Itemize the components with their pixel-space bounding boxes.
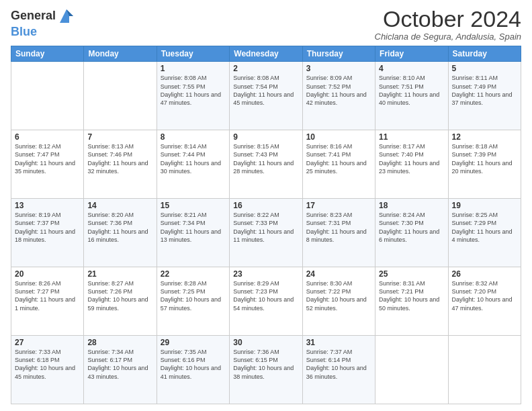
day-info: Sunrise: 8:27 AM Sunset: 7:26 PM Dayligh… bbox=[87, 279, 152, 312]
week-row-1: 1Sunrise: 8:08 AM Sunset: 7:55 PM Daylig… bbox=[11, 62, 521, 130]
logo-icon bbox=[57, 7, 76, 26]
day-info: Sunrise: 8:11 AM Sunset: 7:49 PM Dayligh… bbox=[452, 74, 517, 107]
cell-w3-d2: 14Sunrise: 8:20 AM Sunset: 7:36 PM Dayli… bbox=[84, 199, 157, 267]
cell-w3-d4: 16Sunrise: 8:22 AM Sunset: 7:33 PM Dayli… bbox=[230, 199, 302, 267]
day-number: 11 bbox=[379, 132, 444, 142]
day-info: Sunrise: 8:17 AM Sunset: 7:40 PM Dayligh… bbox=[379, 142, 444, 175]
day-number: 1 bbox=[161, 64, 226, 73]
day-info: Sunrise: 8:28 AM Sunset: 7:25 PM Dayligh… bbox=[161, 279, 226, 312]
day-info: Sunrise: 8:30 AM Sunset: 7:22 PM Dayligh… bbox=[306, 279, 371, 312]
day-info: Sunrise: 7:37 AM Sunset: 6:14 PM Dayligh… bbox=[306, 348, 371, 381]
location-subtitle: Chiclana de Segura, Andalusia, Spain bbox=[375, 32, 522, 42]
day-info: Sunrise: 8:26 AM Sunset: 7:27 PM Dayligh… bbox=[15, 279, 80, 312]
day-number: 26 bbox=[452, 269, 517, 279]
day-number: 13 bbox=[15, 201, 80, 210]
cell-w5-d4: 30Sunrise: 7:36 AM Sunset: 6:15 PM Dayli… bbox=[230, 336, 302, 404]
col-monday: Monday bbox=[84, 46, 157, 62]
cell-w1-d7: 5Sunrise: 8:11 AM Sunset: 7:49 PM Daylig… bbox=[448, 62, 521, 130]
cell-w5-d7 bbox=[448, 336, 521, 404]
day-number: 7 bbox=[87, 132, 152, 142]
cell-w1-d6: 4Sunrise: 8:10 AM Sunset: 7:51 PM Daylig… bbox=[375, 62, 448, 130]
day-info: Sunrise: 8:15 AM Sunset: 7:43 PM Dayligh… bbox=[233, 142, 298, 175]
day-info: Sunrise: 8:09 AM Sunset: 7:52 PM Dayligh… bbox=[306, 74, 371, 107]
week-row-3: 13Sunrise: 8:19 AM Sunset: 7:37 PM Dayli… bbox=[11, 199, 521, 267]
col-saturday: Saturday bbox=[448, 46, 521, 62]
day-number: 23 bbox=[233, 269, 298, 279]
day-info: Sunrise: 8:08 AM Sunset: 7:54 PM Dayligh… bbox=[233, 74, 298, 107]
cell-w3-d7: 19Sunrise: 8:25 AM Sunset: 7:29 PM Dayli… bbox=[448, 199, 521, 267]
cell-w4-d2: 21Sunrise: 8:27 AM Sunset: 7:26 PM Dayli… bbox=[84, 267, 157, 336]
col-friday: Friday bbox=[375, 46, 448, 62]
day-info: Sunrise: 8:14 AM Sunset: 7:44 PM Dayligh… bbox=[161, 142, 226, 175]
day-info: Sunrise: 8:13 AM Sunset: 7:46 PM Dayligh… bbox=[87, 142, 152, 175]
day-number: 31 bbox=[306, 338, 371, 347]
cell-w5-d5: 31Sunrise: 7:37 AM Sunset: 6:14 PM Dayli… bbox=[302, 336, 375, 404]
day-number: 6 bbox=[15, 132, 80, 142]
day-info: Sunrise: 7:36 AM Sunset: 6:15 PM Dayligh… bbox=[233, 348, 298, 381]
day-number: 24 bbox=[306, 269, 371, 279]
day-number: 4 bbox=[379, 64, 444, 73]
title-block: October 2024 Chiclana de Segura, Andalus… bbox=[375, 7, 522, 42]
day-number: 2 bbox=[233, 64, 298, 73]
cell-w1-d2 bbox=[84, 62, 157, 130]
day-info: Sunrise: 7:33 AM Sunset: 6:18 PM Dayligh… bbox=[15, 348, 80, 381]
day-number: 9 bbox=[233, 132, 298, 142]
day-number: 14 bbox=[87, 201, 152, 210]
cell-w5-d1: 27Sunrise: 7:33 AM Sunset: 6:18 PM Dayli… bbox=[11, 336, 84, 404]
col-thursday: Thursday bbox=[302, 46, 375, 62]
cell-w2-d6: 11Sunrise: 8:17 AM Sunset: 7:40 PM Dayli… bbox=[375, 130, 448, 199]
day-info: Sunrise: 8:16 AM Sunset: 7:41 PM Dayligh… bbox=[306, 142, 371, 175]
header: General Blue October 2024 Chiclana de Se… bbox=[11, 7, 521, 42]
cell-w5-d2: 28Sunrise: 7:34 AM Sunset: 6:17 PM Dayli… bbox=[84, 336, 157, 404]
month-title: October 2024 bbox=[375, 7, 522, 32]
cell-w1-d1 bbox=[11, 62, 84, 130]
day-number: 30 bbox=[233, 338, 298, 347]
day-info: Sunrise: 8:21 AM Sunset: 7:34 PM Dayligh… bbox=[161, 211, 226, 244]
cell-w4-d5: 24Sunrise: 8:30 AM Sunset: 7:22 PM Dayli… bbox=[302, 267, 375, 336]
day-info: Sunrise: 7:34 AM Sunset: 6:17 PM Dayligh… bbox=[87, 348, 152, 381]
cell-w3-d5: 17Sunrise: 8:23 AM Sunset: 7:31 PM Dayli… bbox=[302, 199, 375, 267]
day-info: Sunrise: 8:08 AM Sunset: 7:55 PM Dayligh… bbox=[161, 74, 226, 107]
cell-w2-d2: 7Sunrise: 8:13 AM Sunset: 7:46 PM Daylig… bbox=[84, 130, 157, 199]
day-number: 22 bbox=[161, 269, 226, 279]
day-info: Sunrise: 8:31 AM Sunset: 7:21 PM Dayligh… bbox=[379, 279, 444, 312]
day-number: 16 bbox=[233, 201, 298, 210]
cell-w5-d3: 29Sunrise: 7:35 AM Sunset: 6:16 PM Dayli… bbox=[157, 336, 229, 404]
day-info: Sunrise: 8:24 AM Sunset: 7:30 PM Dayligh… bbox=[379, 211, 444, 244]
day-number: 5 bbox=[452, 64, 517, 73]
calendar-table: Sunday Monday Tuesday Wednesday Thursday… bbox=[11, 46, 521, 404]
cell-w4-d6: 25Sunrise: 8:31 AM Sunset: 7:21 PM Dayli… bbox=[375, 267, 448, 336]
day-info: Sunrise: 8:25 AM Sunset: 7:29 PM Dayligh… bbox=[452, 211, 517, 244]
day-number: 18 bbox=[379, 201, 444, 210]
day-info: Sunrise: 8:29 AM Sunset: 7:23 PM Dayligh… bbox=[233, 279, 298, 312]
day-number: 28 bbox=[87, 338, 152, 347]
cell-w1-d5: 3Sunrise: 8:09 AM Sunset: 7:52 PM Daylig… bbox=[302, 62, 375, 130]
cell-w4-d7: 26Sunrise: 8:32 AM Sunset: 7:20 PM Dayli… bbox=[448, 267, 521, 336]
cell-w4-d4: 23Sunrise: 8:29 AM Sunset: 7:23 PM Dayli… bbox=[230, 267, 302, 336]
day-number: 8 bbox=[161, 132, 226, 142]
day-number: 15 bbox=[161, 201, 226, 210]
day-info: Sunrise: 8:19 AM Sunset: 7:37 PM Dayligh… bbox=[15, 211, 80, 244]
calendar-body: 1Sunrise: 8:08 AM Sunset: 7:55 PM Daylig… bbox=[11, 62, 521, 404]
day-number: 25 bbox=[379, 269, 444, 279]
day-number: 27 bbox=[15, 338, 80, 347]
day-info: Sunrise: 8:22 AM Sunset: 7:33 PM Dayligh… bbox=[233, 211, 298, 244]
cell-w2-d4: 9Sunrise: 8:15 AM Sunset: 7:43 PM Daylig… bbox=[230, 130, 302, 199]
day-info: Sunrise: 8:12 AM Sunset: 7:47 PM Dayligh… bbox=[15, 142, 80, 175]
header-row: Sunday Monday Tuesday Wednesday Thursday… bbox=[11, 46, 521, 62]
cell-w2-d3: 8Sunrise: 8:14 AM Sunset: 7:44 PM Daylig… bbox=[157, 130, 229, 199]
cell-w3-d6: 18Sunrise: 8:24 AM Sunset: 7:30 PM Dayli… bbox=[375, 199, 448, 267]
cell-w2-d1: 6Sunrise: 8:12 AM Sunset: 7:47 PM Daylig… bbox=[11, 130, 84, 199]
cell-w2-d5: 10Sunrise: 8:16 AM Sunset: 7:41 PM Dayli… bbox=[302, 130, 375, 199]
col-sunday: Sunday bbox=[11, 46, 84, 62]
day-info: Sunrise: 8:18 AM Sunset: 7:39 PM Dayligh… bbox=[452, 142, 517, 175]
cell-w1-d4: 2Sunrise: 8:08 AM Sunset: 7:54 PM Daylig… bbox=[230, 62, 302, 130]
calendar-header: Sunday Monday Tuesday Wednesday Thursday… bbox=[11, 46, 521, 62]
cell-w3-d3: 15Sunrise: 8:21 AM Sunset: 7:34 PM Dayli… bbox=[157, 199, 229, 267]
week-row-4: 20Sunrise: 8:26 AM Sunset: 7:27 PM Dayli… bbox=[11, 267, 521, 336]
cell-w1-d3: 1Sunrise: 8:08 AM Sunset: 7:55 PM Daylig… bbox=[157, 62, 229, 130]
col-tuesday: Tuesday bbox=[157, 46, 229, 62]
day-number: 17 bbox=[306, 201, 371, 210]
day-number: 12 bbox=[452, 132, 517, 142]
day-number: 10 bbox=[306, 132, 371, 142]
